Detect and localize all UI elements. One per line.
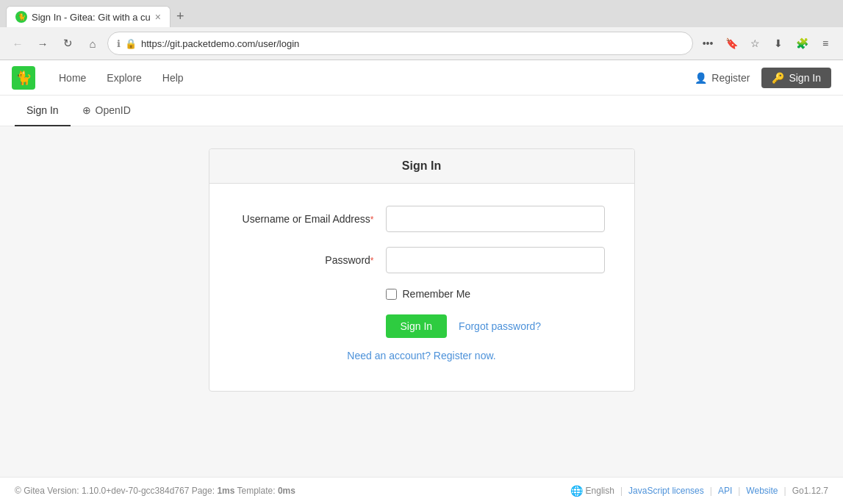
lock-icon: 🔒 [125, 38, 137, 49]
tab-close-button[interactable]: × [155, 11, 161, 23]
tab-openid[interactable]: ⊕ OpenID [71, 96, 143, 126]
user-icon: 👤 [695, 72, 707, 84]
language-selector[interactable]: 🌐 English [570, 485, 614, 497]
globe-icon: 🌐 [570, 485, 583, 497]
nav-links: Home Explore Help [50, 69, 193, 87]
main-content: Sign In Username or Email Address* Passw… [0, 126, 843, 477]
separator-1: | [620, 486, 623, 496]
nav-help[interactable]: Help [154, 69, 193, 87]
info-icon: ℹ [117, 38, 121, 49]
openid-icon: ⊕ [82, 104, 91, 116]
app: 🐈 Home Explore Help 👤 Register 🔑 Sign In… [0, 60, 843, 504]
more-button[interactable]: ••• [697, 33, 718, 54]
browser-chrome: 🐈 Sign In - Gitea: Git with a cu × + ← →… [0, 0, 843, 60]
js-licenses-link[interactable]: JavaScript licenses [628, 486, 704, 496]
api-link[interactable]: API [718, 486, 732, 496]
signin-nav-button[interactable]: 🔑 Sign In [761, 68, 831, 88]
separator-4: | [784, 486, 786, 496]
active-tab: 🐈 Sign In - Gitea: Git with a cu × [6, 6, 171, 27]
page-tabs: Sign In ⊕ OpenID [0, 96, 843, 126]
extensions-button[interactable]: 🧩 [792, 33, 812, 54]
top-nav: 🐈 Home Explore Help 👤 Register 🔑 Sign In [0, 60, 843, 96]
remember-me-checkbox[interactable] [386, 289, 397, 300]
url-display: https://git.packetdemo.com/user/login [141, 38, 684, 49]
signin-card: Sign In Username or Email Address* Passw… [209, 148, 635, 392]
register-now-link[interactable]: Need an account? Register now. [347, 350, 495, 361]
card-body: Username or Email Address* Password* Rem… [209, 184, 634, 391]
language-label: English [586, 486, 614, 496]
footer-left: © Gitea Version: 1.10.0+dev-70-gcc384d76… [15, 486, 295, 496]
nav-explore[interactable]: Explore [98, 69, 150, 87]
tab-favicon: 🐈 [15, 11, 27, 23]
reload-button[interactable]: ↻ [57, 33, 78, 54]
address-bar[interactable]: ℹ 🔒 https://git.packetdemo.com/user/logi… [107, 32, 693, 55]
nav-home[interactable]: Home [50, 69, 95, 87]
signin-nav-label: Sign In [789, 72, 821, 84]
footer-copyright: © Gitea Version: 1.10.0+dev-70-gcc384d76… [15, 486, 295, 496]
tab-signin-label: Sign In [26, 104, 59, 116]
register-nav-label: Register [711, 72, 750, 84]
signin-icon: 🔑 [772, 72, 784, 84]
username-label: Username or Email Address* [239, 213, 386, 225]
footer-right: 🌐 English | JavaScript licenses | API | … [570, 485, 828, 497]
password-row: Password* [239, 247, 605, 273]
card-header: Sign In [209, 149, 634, 184]
footer-page-time: 1ms [217, 486, 234, 496]
username-row: Username or Email Address* [239, 206, 605, 232]
toolbar-actions: ••• 🔖 ☆ ⬇ 🧩 ≡ [697, 33, 836, 54]
password-input[interactable] [386, 247, 605, 273]
username-required: * [370, 215, 374, 225]
tab-signin[interactable]: Sign In [15, 96, 71, 126]
pocket-button[interactable]: 🔖 [721, 33, 742, 54]
go-version: Go1.12.7 [792, 486, 828, 496]
footer-template-time: 0ms [278, 486, 295, 496]
download-button[interactable]: ⬇ [768, 33, 789, 54]
remember-me-row: Remember Me [386, 288, 605, 300]
remember-me-label[interactable]: Remember Me [403, 288, 471, 300]
nav-right: 👤 Register 🔑 Sign In [686, 68, 831, 88]
actions-row: Sign In Forgot password? [386, 314, 605, 338]
register-link-row: Need an account? Register now. [239, 350, 605, 361]
separator-3: | [738, 486, 740, 496]
signin-submit-button[interactable]: Sign In [386, 314, 448, 338]
password-required: * [370, 256, 374, 266]
forgot-password-link[interactable]: Forgot password? [459, 320, 541, 332]
tab-openid-label: OpenID [96, 104, 131, 116]
bookmark-button[interactable]: ☆ [745, 33, 765, 54]
password-label: Password* [239, 254, 386, 266]
register-nav-button[interactable]: 👤 Register [686, 68, 758, 88]
new-tab-button[interactable]: + [171, 9, 190, 27]
back-button[interactable]: ← [7, 33, 28, 54]
forward-button[interactable]: → [32, 33, 53, 54]
username-input[interactable] [386, 206, 605, 232]
menu-button[interactable]: ≡ [815, 33, 836, 54]
browser-toolbar: ← → ↻ ⌂ ℹ 🔒 https://git.packetdemo.com/u… [0, 27, 843, 60]
site-logo: 🐈 [12, 66, 35, 90]
footer: © Gitea Version: 1.10.0+dev-70-gcc384d76… [0, 477, 843, 504]
home-button[interactable]: ⌂ [82, 33, 103, 54]
tab-title: Sign In - Gitea: Git with a cu [32, 12, 151, 23]
website-link[interactable]: Website [746, 486, 778, 496]
tab-bar: 🐈 Sign In - Gitea: Git with a cu × + [0, 0, 843, 27]
separator-2: | [710, 486, 712, 496]
card-title: Sign In [402, 159, 441, 172]
